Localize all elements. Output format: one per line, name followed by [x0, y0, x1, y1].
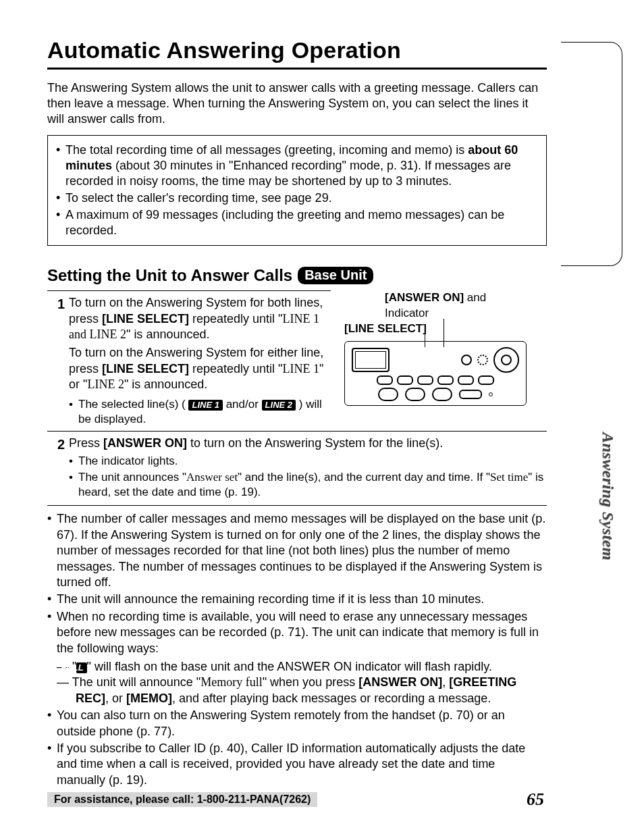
notes-section: •The number of caller messages and memo …: [47, 511, 547, 788]
page-number: 65: [527, 789, 547, 810]
box-bullet-2: To select the caller's recording time, s…: [65, 190, 538, 206]
note-5: If you subscribe to Caller ID (p. 40), C…: [57, 741, 547, 788]
section-heading: Setting the Unit to Answer Calls Base Un…: [47, 266, 547, 285]
section-tab: Answering System: [599, 432, 617, 561]
title-rule: [47, 68, 547, 70]
step-2-sub1: •The indicator lights.: [69, 454, 547, 469]
note-3-dash-1: — "FULL" will flash on the base unit and…: [57, 659, 547, 675]
full-chip-icon: FULL: [76, 662, 86, 673]
page-title: Automatic Answering Operation: [47, 37, 547, 63]
figure-area: [ANSWER ON] and Indicator [LINE SELECT]: [344, 290, 527, 406]
step-1-para-1: To turn on the Answering System for both…: [69, 295, 331, 342]
thumb-index-outline: [561, 42, 622, 266]
base-unit-badge: Base Unit: [298, 267, 373, 284]
info-box: • The total recording time of all messag…: [47, 135, 547, 246]
step-2-main: Press [ANSWER ON] to turn on the Answeri…: [69, 436, 547, 451]
box-bullet-3: A maximum of 99 messages (including the …: [65, 207, 538, 238]
step-1-para-2: To turn on the Answering System for eith…: [69, 345, 331, 392]
step-1-subbullet: • The selected line(s) ( LINE 1 and/or L…: [69, 397, 331, 427]
step-2-sub2: • The unit announces "Answer set" and th…: [69, 470, 547, 500]
note-3: When no recording time is available, you…: [57, 609, 547, 706]
line2-chip-icon: LINE 2: [262, 400, 296, 411]
note-3-dash-2: — The unit will announce "Memory full" w…: [57, 675, 547, 706]
footer: For assistance, please call: 1-800-211-P…: [47, 789, 547, 810]
step-2-number: 2: [47, 436, 69, 500]
step-1-number: 1: [47, 295, 69, 427]
intro-paragraph: The Answering System allows the unit to …: [47, 80, 547, 127]
base-unit-diagram: [344, 341, 527, 406]
note-1: The number of caller messages and memo m…: [57, 511, 547, 590]
line1-chip-icon: LINE 1: [188, 400, 222, 411]
note-2: The unit will announce the remaining rec…: [57, 592, 547, 607]
box-bullet-1: The total recording time of all messages…: [65, 142, 538, 189]
note-4: You can also turn on the Answering Syste…: [57, 708, 547, 739]
assistance-phone: For assistance, please call: 1-800-211-P…: [47, 792, 317, 807]
